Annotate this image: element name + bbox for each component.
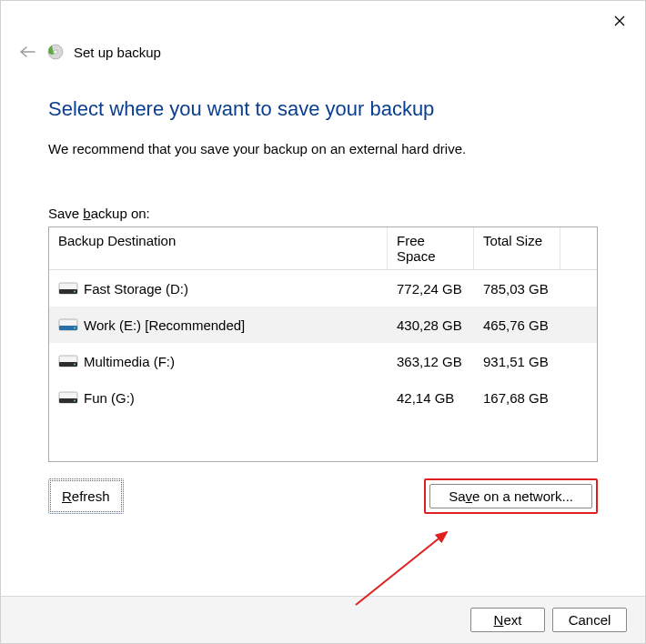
drive-row[interactable]: Fast Storage (D:)772,24 GB785,03 GB [49,270,597,307]
destination-table: Backup Destination Free Space Total Size… [48,226,598,462]
drive-row[interactable]: Fun (G:)42,14 GB167,68 GB [49,379,597,416]
svg-point-6 [74,291,76,293]
drive-destination-cell: Fun (G:) [49,390,388,406]
wizard-footer: Next Cancel [1,596,645,643]
drive-row[interactable]: Work (E:) [Recommended]430,28 GB465,76 G… [49,307,597,343]
close-button[interactable] [605,6,634,35]
table-header: Backup Destination Free Space Total Size [49,227,597,270]
save-on-network-button[interactable]: Save on a network... [429,484,592,508]
page-heading: Select where you want to save your backu… [48,97,598,121]
column-total-size[interactable]: Total Size [474,227,560,269]
drive-total-size: 785,03 GB [474,281,560,297]
titlebar [1,1,645,41]
drive-name: Multimedia (F:) [84,354,175,369]
drive-free-space: 363,12 GB [388,354,474,369]
drive-free-space: 42,14 GB [388,390,474,406]
column-destination[interactable]: Backup Destination [49,227,388,269]
wizard-title: Set up backup [74,45,161,60]
column-padding [560,227,597,269]
drive-name: Work (E:) [Recommended] [84,317,245,333]
svg-point-15 [74,400,76,402]
table-empty-space [49,416,597,461]
annotation-highlight-box: Save on a network... [424,478,598,514]
action-button-row: Refresh Save on a network... [48,478,598,514]
svg-line-17 [356,532,447,605]
svg-point-3 [54,50,57,54]
wizard-header: Set up backup [1,41,645,61]
drive-row[interactable]: Multimedia (F:)363,12 GB931,51 GB [49,343,597,379]
cancel-button[interactable]: Cancel [552,608,627,632]
backup-wizard-icon [46,43,65,61]
drive-total-size: 465,76 GB [474,317,560,333]
drive-name: Fast Storage (D:) [84,281,188,297]
drive-destination-cell: Multimedia (F:) [49,354,388,369]
svg-point-12 [74,364,76,366]
drive-total-size: 167,68 GB [474,390,560,406]
refresh-button[interactable]: Refresh [48,478,124,514]
drive-total-size: 931,51 GB [474,354,560,369]
back-button[interactable] [17,45,37,58]
backup-wizard-window: Set up backup Select where you want to s… [0,0,646,644]
back-arrow-icon [19,45,35,58]
drive-destination-cell: Fast Storage (D:) [49,281,388,297]
drive-destination-cell: Work (E:) [Recommended] [49,317,388,333]
save-backup-label: Save backup on: [48,206,598,221]
page-description: We recommend that you save your backup o… [48,141,598,156]
drive-name: Fun (G:) [84,390,135,406]
drive-icon [58,391,76,404]
column-free-space[interactable]: Free Space [388,227,474,269]
content-area: Select where you want to save your backu… [1,61,645,596]
drive-icon [58,355,76,367]
drive-icon [58,282,76,295]
drive-icon [58,318,76,331]
close-icon [614,15,625,26]
drive-free-space: 430,28 GB [388,317,474,333]
svg-point-9 [74,327,76,329]
next-button[interactable]: Next [470,608,545,632]
table-body: Fast Storage (D:)772,24 GB785,03 GBWork … [49,270,597,416]
drive-free-space: 772,24 GB [388,281,474,297]
